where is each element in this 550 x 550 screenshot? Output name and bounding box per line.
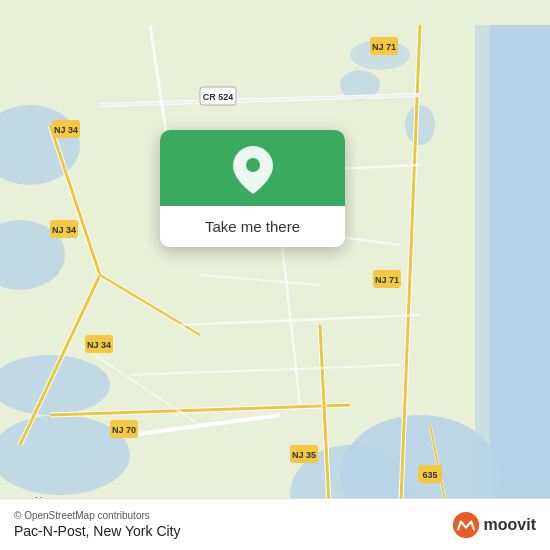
place-name-label: Pac-N-Post, New York City — [14, 523, 181, 539]
moovit-logo: moovit — [452, 511, 536, 539]
svg-text:NJ 34: NJ 34 — [52, 225, 76, 235]
bottom-bar: © OpenStreetMap contributors Pac-N-Post,… — [0, 498, 550, 550]
svg-text:NJ 34: NJ 34 — [87, 340, 111, 350]
svg-text:NJ 71: NJ 71 — [375, 275, 399, 285]
map-container: NJ 71 NJ 34 NJ 34 NJ 34 CR 524 NJ 71 NJ … — [0, 0, 550, 550]
svg-point-11 — [405, 105, 435, 145]
svg-text:635: 635 — [422, 470, 437, 480]
moovit-brand-label: moovit — [484, 516, 536, 534]
map-attribution: © OpenStreetMap contributors — [14, 510, 181, 521]
svg-text:CR 524: CR 524 — [203, 92, 234, 102]
location-pin-icon — [231, 148, 275, 192]
svg-point-57 — [246, 158, 260, 172]
moovit-icon — [452, 511, 480, 539]
svg-text:NJ 71: NJ 71 — [372, 42, 396, 52]
location-popup: Take me there — [160, 130, 345, 247]
svg-text:NJ 34: NJ 34 — [54, 125, 78, 135]
popup-header — [160, 130, 345, 206]
svg-text:NJ 70: NJ 70 — [112, 425, 136, 435]
svg-point-58 — [452, 511, 478, 537]
take-me-there-button[interactable]: Take me there — [160, 206, 345, 247]
svg-text:NJ 35: NJ 35 — [292, 450, 316, 460]
map-background: NJ 71 NJ 34 NJ 34 NJ 34 CR 524 NJ 71 NJ … — [0, 0, 550, 550]
